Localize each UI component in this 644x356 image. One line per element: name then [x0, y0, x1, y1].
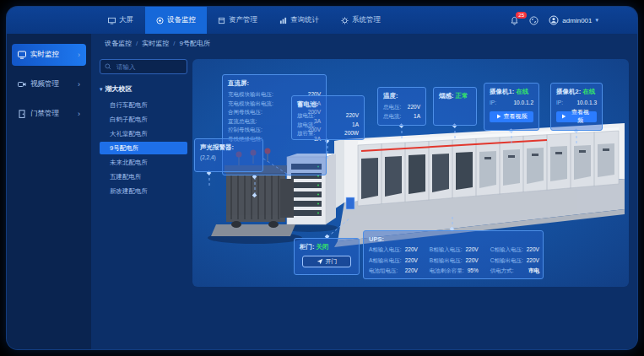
- tab-asset-management[interactable]: 资产管理: [207, 7, 268, 34]
- tree-item-station[interactable]: 新改建配电所: [100, 185, 187, 197]
- chevron-right-icon: ›: [78, 110, 80, 118]
- camera1-ip: 10.0.1.2: [514, 99, 534, 108]
- row-label: 放容量:: [297, 129, 315, 138]
- panel-camera-2: 摄像机2: 在线 IP:10.0.1.3 查看视频: [550, 83, 603, 131]
- panel-title: 柜门:: [300, 243, 315, 251]
- room-3d-canvas: 直流屏: 充电模块输出电压:220V 充电模块输出电流:3A 合闸母线电压:20…: [192, 59, 629, 287]
- row-value: 95%: [468, 267, 479, 276]
- smoke-status: 正常: [456, 92, 468, 100]
- row-value: 220V: [405, 245, 418, 255]
- user-avatar-icon: [549, 15, 559, 25]
- nav-item-bigscreen[interactable]: 大屏: [101, 7, 140, 34]
- row-value: 220V: [346, 111, 359, 121]
- sidebar-item-label: 门禁管理: [30, 109, 59, 119]
- breadcrumb-separator: /: [136, 40, 138, 47]
- notifications-button[interactable]: 25: [510, 16, 519, 25]
- panel-title-row: 摄像机1: 在线: [490, 88, 533, 96]
- camera1-status: 在线: [516, 88, 528, 95]
- tree-item-station[interactable]: 五建配电所: [100, 170, 187, 183]
- row-label: 电池组电压:: [369, 267, 398, 276]
- app-window: 大屏 设备监控 资产管理 查询统计 系统管理 25: [7, 7, 637, 349]
- nav-tabs: 设备监控 资产管理 查询统计 系统管理: [145, 7, 392, 34]
- breadcrumb-separator: /: [173, 40, 175, 47]
- view-video-label: 查看视频: [569, 108, 592, 125]
- chevron-right-icon: ›: [78, 51, 80, 59]
- view-video-button[interactable]: 查看视频: [556, 111, 597, 122]
- play-icon: [496, 114, 501, 119]
- tab-label: 查询统计: [290, 15, 319, 25]
- caret-down-icon: ▾: [100, 86, 103, 93]
- tree-search-box: [100, 59, 187, 74]
- tab-label: 设备监控: [167, 15, 196, 25]
- tab-label: 系统管理: [352, 15, 381, 25]
- sidebar-item-access-control[interactable]: 门禁管理 ›: [12, 103, 86, 125]
- row-label: 放电流:: [297, 121, 315, 130]
- tab-device-monitoring[interactable]: 设备监控: [145, 7, 207, 34]
- row-label: 充电模块输出电流:: [228, 100, 273, 109]
- row-value: 220V: [527, 245, 539, 255]
- tree-search-input[interactable]: [115, 62, 182, 72]
- notification-badge: 25: [516, 12, 527, 19]
- row-label: 放电压:: [297, 111, 315, 121]
- panel-cabinet-door: 柜门: 关闭 开门: [294, 238, 360, 275]
- panel-title: 蓄电池:: [297, 100, 359, 109]
- fullscreen-button[interactable]: [529, 16, 538, 25]
- breadcrumb-item[interactable]: 实时监控: [142, 39, 169, 48]
- gear-icon: [341, 17, 349, 24]
- ip-label: IP:: [556, 99, 563, 108]
- row-label: C相输入电压:: [490, 245, 523, 255]
- tree-root-node[interactable]: ▾ 湖大校区: [100, 84, 187, 94]
- station-tree-panel: ▾ 湖大校区 自行车配电所 白鹤子配电所 大礼堂配电所 9号配电所 未来北配电所…: [100, 59, 187, 299]
- sidebar-item-label: 实时监控: [30, 50, 59, 60]
- panel-title: 摄像机2:: [556, 88, 581, 95]
- breadcrumb-item[interactable]: 9号配电所: [179, 39, 209, 48]
- row-label: 充电模块输出电压:: [228, 90, 273, 100]
- ip-label: IP:: [490, 99, 496, 108]
- sidebar-item-label: 视频管理: [30, 79, 59, 89]
- open-door-button[interactable]: 开门: [302, 256, 351, 267]
- play-icon: [561, 114, 566, 119]
- tab-system-management[interactable]: 系统管理: [330, 7, 392, 34]
- row-value: 1A: [352, 121, 359, 130]
- panel-title: 烟感:: [439, 92, 454, 100]
- row-value: 220V: [405, 267, 418, 276]
- tab-query-statistics[interactable]: 查询统计: [268, 7, 330, 34]
- breadcrumb-item[interactable]: 设备监控: [105, 39, 132, 48]
- panel-title: 摄像机1:: [490, 88, 514, 95]
- panel-smoke-sensor: 烟感: 正常: [433, 87, 477, 126]
- panel-camera-1: 摄像机1: 在线 IP:10.0.1.2 查看视频: [484, 83, 539, 131]
- breadcrumb: 设备监控 / 实时监控 / 9号配电所: [91, 34, 637, 52]
- video-camera-icon: [18, 80, 26, 89]
- row-label: 控制母线电压:: [228, 126, 262, 135]
- row-label: 供电方式:: [490, 267, 514, 276]
- panel-sound-light-alarm: 声光报警器: (2,2,4): [194, 138, 263, 172]
- row-value: 220V: [405, 256, 418, 266]
- panel-title-row: 摄像机2: 在线: [556, 88, 597, 96]
- sidebar-item-video-management[interactable]: 视频管理 ›: [12, 73, 86, 95]
- chevron-down-icon: ▾: [595, 17, 598, 24]
- row-value: 220V: [408, 103, 420, 112]
- tree-item-station[interactable]: 大礼堂配电所: [100, 127, 187, 140]
- send-icon: [317, 258, 323, 265]
- row-value: 1A: [414, 112, 420, 121]
- tree-item-station-active[interactable]: 9号配电所: [100, 142, 187, 154]
- user-menu[interactable]: admin001 ▾: [549, 15, 598, 25]
- row-label: B相输入电压:: [430, 245, 463, 255]
- open-door-label: 开门: [326, 257, 338, 266]
- user-name: admin001: [562, 17, 592, 24]
- panel-title-row: 烟感: 正常: [439, 92, 471, 100]
- tree-item-station[interactable]: 未来北配电所: [100, 156, 187, 169]
- tree-item-station[interactable]: 自行车配电所: [100, 99, 187, 111]
- navbar-right: 25 admin001 ▾: [510, 15, 598, 25]
- monitor-icon: [18, 51, 26, 59]
- row-value: 220V: [527, 256, 539, 266]
- tree-item-station[interactable]: 白鹤子配电所: [100, 113, 187, 126]
- door-status: 关闭: [317, 243, 329, 251]
- row-label: B相输出电压:: [430, 256, 463, 266]
- row-label: 直流总电流:: [228, 117, 257, 127]
- row-label: C相输出电压:: [490, 256, 523, 266]
- sidebar-item-realtime-monitoring[interactable]: 实时监控 ›: [12, 44, 86, 66]
- view-video-button[interactable]: 查看视频: [490, 111, 533, 122]
- sidebar: 实时监控 › 视频管理 › 门禁管理 ›: [7, 34, 91, 349]
- main-content: 设备监控 / 实时监控 / 9号配电所 ▾ 湖大校区 自行车配电所 白鹤子配电所…: [91, 34, 637, 349]
